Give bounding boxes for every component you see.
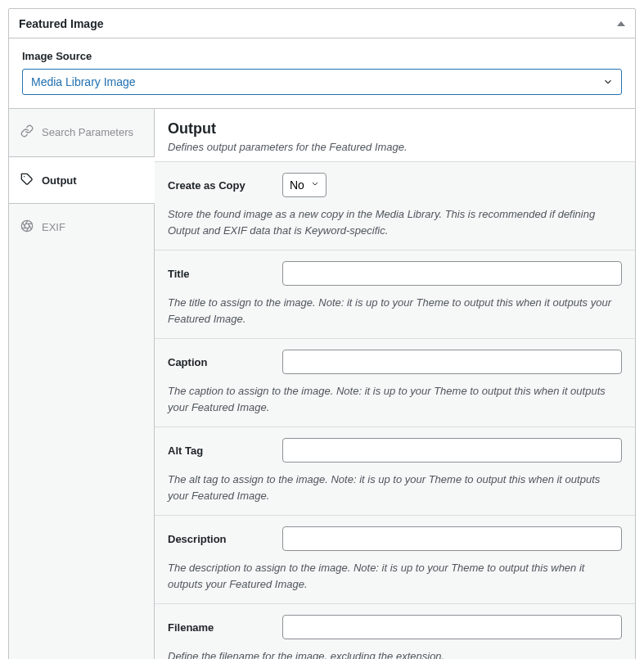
tab-label: EXIF — [42, 221, 65, 233]
image-source-section: Image Source Media Library Image — [9, 38, 635, 109]
field-help: Define the filename for the image, exclu… — [168, 648, 622, 659]
tab-content-output: Output Defines output parameters for the… — [155, 109, 635, 659]
field-label: Alt Tag — [168, 445, 282, 457]
tab-label: Output — [42, 174, 77, 187]
field-label: Filename — [168, 621, 282, 634]
metabox-title: Featured Image — [19, 17, 103, 30]
description-input[interactable] — [282, 526, 622, 551]
create-as-copy-select[interactable]: No — [282, 173, 327, 197]
tab-exif[interactable]: EXIF — [9, 204, 154, 251]
field-label: Description — [168, 533, 282, 545]
caption-input[interactable] — [282, 350, 622, 374]
field-label: Create as Copy — [168, 179, 282, 192]
tab-label: Search Parameters — [42, 126, 133, 138]
field-title: Title The title to assign to the image. … — [155, 250, 635, 338]
field-description: Description The description to assign to… — [155, 515, 635, 603]
field-help: Store the found image as a new copy in t… — [168, 206, 622, 238]
alt-tag-input[interactable] — [282, 438, 622, 463]
tabs-nav: Search Parameters Output EXIF — [9, 109, 155, 659]
image-source-label: Image Source — [22, 50, 622, 62]
tab-search-parameters[interactable]: Search Parameters — [9, 109, 154, 156]
title-input[interactable] — [282, 261, 622, 286]
field-filename: Filename Define the filename for the ima… — [155, 603, 635, 659]
tab-output[interactable]: Output — [9, 156, 155, 204]
metabox-header: Featured Image — [9, 9, 635, 38]
link-icon — [20, 124, 34, 140]
panel-heading: Output — [168, 120, 622, 138]
field-label: Caption — [168, 356, 282, 368]
chevron-up-icon — [617, 21, 625, 26]
field-create-as-copy: Create as Copy No — [155, 161, 635, 250]
filename-input[interactable] — [282, 615, 622, 639]
image-source-select[interactable]: Media Library Image — [22, 69, 622, 95]
panel-description: Defines output parameters for the Featur… — [168, 141, 622, 153]
field-help: The alt tag to assign to the image. Note… — [168, 472, 622, 503]
field-label: Title — [168, 268, 282, 280]
featured-image-metabox: Featured Image Image Source Media Librar… — [8, 8, 636, 659]
field-alt-tag: Alt Tag The alt tag to assign to the ima… — [155, 427, 635, 515]
tag-icon — [20, 173, 34, 188]
metabox-toggle[interactable] — [617, 21, 625, 26]
field-help: The description to assign to the image. … — [168, 560, 622, 592]
field-help: The caption to assign to the image. Note… — [168, 383, 622, 415]
field-help: The title to assign to the image. Note: … — [168, 295, 622, 327]
aperture-icon — [20, 219, 34, 235]
field-caption: Caption The caption to assign to the ima… — [155, 338, 635, 427]
